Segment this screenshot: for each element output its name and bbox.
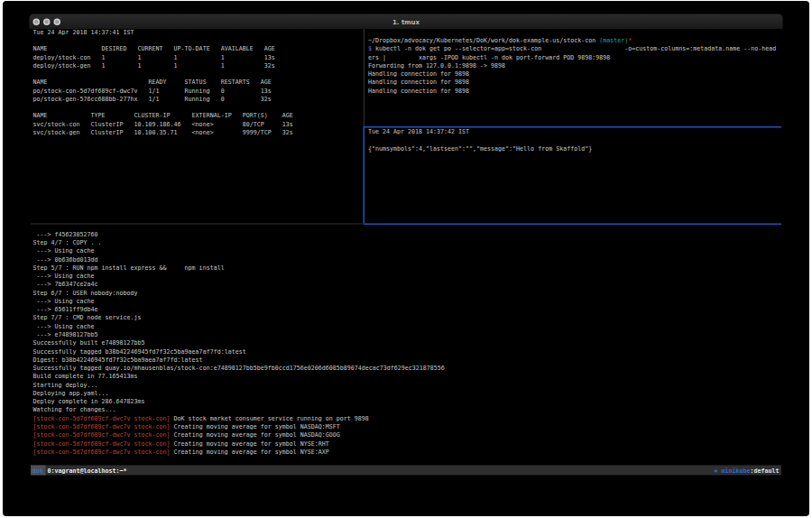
terminal-line: deploy/stock-gen 1 1 1 1 32s: [33, 61, 293, 69]
terminal-text-segment: Forwarding from 127.0.0.1:9898 -> 9898: [368, 62, 505, 69]
terminal-text-segment: [stock-con-5d7df689cf-dwc7v stock-con]: [33, 415, 171, 422]
close-button[interactable]: [33, 19, 41, 26]
terminal-text-segment: svc/stock-gen ClusterIP 10.100.35.71 <no…: [33, 129, 293, 136]
terminal-line: NAME READY STATUS RESTARTS AGE: [33, 79, 293, 87]
helm-icon: ⎈: [714, 467, 721, 474]
terminal-text-segment: Creating moving average for symbol NASDA…: [171, 423, 340, 430]
kube-context-name: minikube: [721, 467, 750, 474]
terminal-text-segment: Successfully tagged b38b42246945fd7f32c5…: [33, 347, 246, 355]
traffic-lights: [33, 19, 61, 26]
terminal-text-segment: Step 6/7 : USER nobody:nobody: [33, 289, 138, 296]
terminal-line: {"numsymbols":4,"lastseen":"","message":…: [368, 144, 592, 153]
window-titlebar[interactable]: 1. tmux: [30, 14, 783, 30]
terminal-line: po/stock-gen-576cc688bb-277hx 1/1 Runnin…: [33, 95, 293, 103]
zoom-button[interactable]: [54, 19, 61, 26]
terminal-text-segment: Watching for changes...: [33, 406, 116, 413]
terminal-line: [stock-con-5d7df689cf-dwc7v stock-con] C…: [33, 422, 445, 430]
terminal-text-segment: Successfully built e74898127bb5: [33, 339, 145, 347]
terminal-text-segment: (master): [599, 37, 628, 44]
terminal-line: Step 7/7 : CMD node service.js: [33, 314, 445, 322]
terminal-text-segment: Creating moving average for symbol NYSE:…: [171, 449, 329, 456]
window-item[interactable]: 0:vagrant@localhost:~*: [46, 467, 127, 474]
terminal-line: Step 5/7 : RUN npm install express && np…: [33, 264, 445, 272]
pane-port-forward[interactable]: ~/Dropbox/advocacy/Kubernetes/DoK/work/d…: [368, 28, 776, 95]
pane-kubectl-get[interactable]: Tue 24 Apr 2018 14:37:41 ISTNAME DESIRED…: [33, 28, 293, 137]
terminal-text-segment: ers | xargs -IPOD kubectl -n dok port-fo…: [368, 53, 610, 60]
slide-background: 1. tmux Tue 24 Apr 2018 14:37:41 ISTNAME…: [3, 1, 809, 516]
window-title: 1. tmux: [30, 14, 783, 30]
terminal-text-segment: Deploying app.yaml...: [33, 390, 109, 397]
kube-namespace: :default: [750, 467, 779, 474]
kube-status: ⎈ minikube:default: [714, 467, 781, 474]
terminal-line: svc/stock-gen ClusterIP 10.100.35.71 <no…: [33, 128, 293, 136]
terminal-text-segment: Handling connection for 9898: [368, 79, 469, 86]
terminal-line: [stock-con-5d7df689cf-dwc7v stock-con] C…: [33, 439, 445, 448]
session-name[interactable]: dok: [31, 466, 46, 476]
terminal-text-segment: Handling connection for 9898: [368, 70, 469, 78]
pane-border-horizontal-inactive: [31, 224, 364, 225]
terminal-line: Tue 24 Apr 2018 14:37:42 IST: [368, 128, 592, 136]
terminal-text-segment: Digest: b38b42246945fd7f32c5ba9aea7af7fd…: [33, 356, 203, 364]
terminal-text-segment: Successfully tagged quay.io/mhausenblas/…: [33, 365, 445, 372]
terminal-line: ---> Using cache: [33, 247, 445, 255]
terminal-line: ---> Using cache: [33, 272, 445, 280]
terminal-text-segment: po/stock-con-5d7df689cf-dwc7v 1/1 Runnin…: [33, 87, 272, 94]
terminal-line: deploy/stock-con 1 1 1 1 13s: [33, 53, 293, 61]
terminal-text-segment: Creating moving average for symbol NYSE:…: [171, 439, 329, 447]
tmux-status-bar: dok 0:vagrant@localhost:~* ⎈ minikube:de…: [31, 466, 781, 476]
terminal-text-segment: deploy/stock-gen 1 1 1 1 32s: [33, 62, 275, 69]
terminal-line: NAME TYPE CLUSTER-IP EXTERNAL-IP PORT(S)…: [33, 112, 293, 120]
terminal-text-segment: ---> e74898127bb5: [33, 331, 98, 338]
terminal-line: ---> Using cache: [33, 297, 445, 305]
pane-border-horizontal-active-top: [364, 126, 781, 128]
terminal-line: [stock-con-5d7df689cf-dwc7v stock-con] C…: [33, 431, 445, 439]
terminal-line: Handling connection for 9898: [368, 69, 776, 78]
terminal-text-segment: Tue 24 Apr 2018 14:37:42 IST: [368, 128, 469, 135]
terminal-line: ---> f45623052760: [33, 230, 445, 238]
terminal-text-segment: ---> Using cache: [33, 273, 95, 280]
terminal-line: Step 6/7 : USER nobody:nobody: [33, 289, 445, 297]
terminal-text-segment: deploy/stock-con 1 1 1 1 13s: [33, 53, 275, 60]
terminal-text-segment: [stock-con-5d7df689cf-dwc7v stock-con]: [33, 431, 171, 439]
terminal-line: svc/stock-con ClusterIP 10.109.186.46 <n…: [33, 120, 293, 128]
terminal-line: Tue 24 Apr 2018 14:37:41 IST: [33, 28, 293, 36]
terminal-line: ---> Using cache: [33, 322, 445, 330]
terminal-text-segment: svc/stock-con ClusterIP 10.109.186.46 <n…: [33, 121, 293, 128]
terminal-line: ---> 7b6347ce2a4c: [33, 281, 445, 289]
terminal-text-segment: [stock-con-5d7df689cf-dwc7v stock-con]: [33, 423, 171, 430]
terminal-text-segment: ---> Using cache: [33, 298, 95, 305]
terminal-line: Handling connection for 9898: [368, 79, 776, 87]
terminal-line: ---> 0b636bd013dd: [33, 255, 445, 264]
page: 1. tmux Tue 24 Apr 2018 14:37:41 ISTNAME…: [0, 0, 812, 518]
terminal-text-segment: *: [628, 37, 632, 44]
terminal-text-segment: Handling connection for 9898: [368, 87, 469, 94]
terminal-line: ---> e74898127bb5: [33, 330, 445, 338]
terminal-text-segment: [stock-con-5d7df689cf-dwc7v stock-con]: [33, 449, 171, 456]
terminal-line: Deploy complete in 286.647823ms: [33, 397, 445, 405]
terminal-line: Deploying app.yaml...: [33, 389, 445, 397]
pane-border-vertical-active: [364, 126, 365, 224]
terminal-text-segment: ---> Using cache: [33, 247, 95, 254]
pane-curl-watch[interactable]: Tue 24 Apr 2018 14:37:42 IST{"numsymbols…: [368, 128, 592, 153]
pane-border-vertical-inactive: [364, 29, 364, 126]
kube-context: ⎈ minikube: [714, 467, 750, 474]
minimize-button[interactable]: [43, 19, 51, 26]
pane-border-horizontal-active-bottom: [364, 224, 781, 226]
terminal-text-segment: Tue 24 Apr 2018 14:37:41 IST: [33, 29, 134, 36]
terminal-text-segment: DoK stock market consumer service runnin…: [171, 415, 369, 422]
terminal-text-segment: Step 7/7 : CMD node service.js: [33, 314, 142, 321]
terminal-line: Forwarding from 127.0.0.1:9898 -> 9898: [368, 61, 776, 69]
terminal-text-segment: NAME READY STATUS RESTARTS AGE: [33, 79, 272, 86]
terminal-text-segment: Step 5/7 : RUN npm install express && np…: [33, 264, 225, 272]
terminal-text-segment: NAME TYPE CLUSTER-IP EXTERNAL-IP PORT(S)…: [33, 112, 293, 119]
terminal-line: Digest: b38b42246945fd7f32c5ba9aea7af7fd…: [33, 356, 445, 364]
terminal-line: [33, 103, 293, 111]
terminal-line: NAME DESIRED CURRENT UP-TO-DATE AVAILABL…: [33, 45, 293, 53]
pane-skaffold-dev[interactable]: ---> f45623052760Step 4/7 : COPY . . ---…: [33, 230, 445, 456]
terminal-text-segment: ---> 65611ff9db4e: [33, 306, 98, 313]
terminal-line: Starting deploy...: [33, 381, 445, 389]
terminal-line: Build complete in 77.165413ms: [33, 373, 445, 381]
terminal-window: 1. tmux Tue 24 Apr 2018 14:37:41 ISTNAME…: [30, 14, 783, 476]
terminal-text-segment: kubectl -n dok get po --selector=app=sto…: [372, 45, 776, 52]
terminal-text-segment: NAME DESIRED CURRENT UP-TO-DATE AVAILABL…: [33, 45, 275, 52]
